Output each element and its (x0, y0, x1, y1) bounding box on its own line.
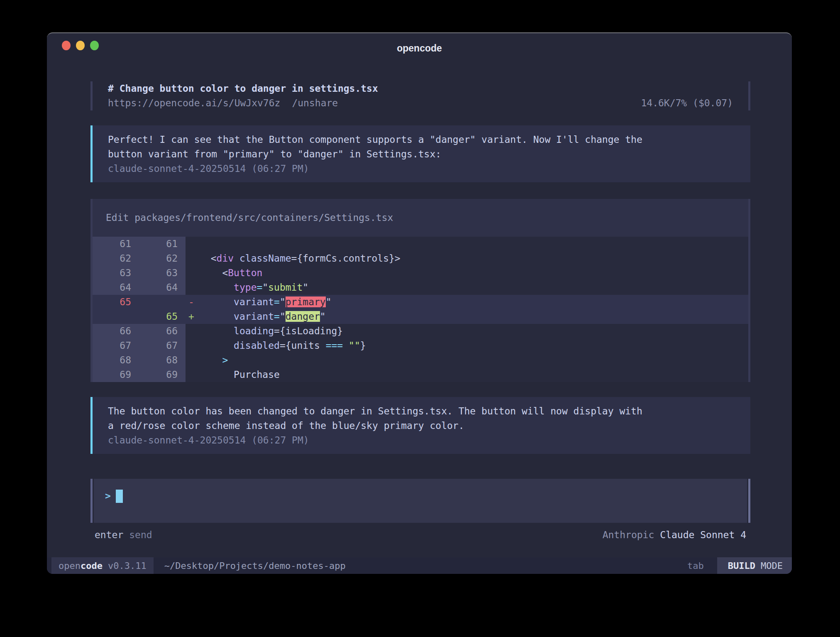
old-line-number: 61 (93, 237, 139, 251)
assistant-message-1: Perfect! I can see that the Button compo… (90, 125, 750, 182)
diff-row: 6969 Purchase (93, 368, 748, 382)
edit-tool-panel: Edit packages/frontend/src/containers/Se… (90, 199, 750, 382)
code-line: type="submit" (199, 280, 748, 295)
code-line: disabled={units === ""} (199, 338, 748, 353)
new-line-number: 63 (139, 266, 186, 280)
code-line: variant="danger" (199, 309, 748, 324)
code-line: > (199, 353, 748, 368)
window-title: opencode (397, 43, 442, 54)
old-line-number: 63 (93, 266, 139, 280)
mode-name: BUILD (728, 561, 755, 571)
window-titlebar[interactable]: opencode (47, 33, 792, 57)
diff-row: 6767 disabled={units === ""} (93, 338, 748, 353)
diff-row: 6666 loading={isLoading} (93, 324, 748, 338)
diff-marker (186, 324, 199, 338)
statusbar-spacer (346, 557, 687, 574)
code-line (199, 237, 748, 251)
diff-row: 6262 <div className={formCs.controls}> (93, 251, 748, 266)
input-left-border (90, 479, 93, 523)
enter-key-hint: enter (95, 529, 123, 540)
message-line: button variant from "primary" to "danger… (108, 147, 735, 162)
provider-label: Anthropic (603, 529, 654, 540)
diff-row: 6161 (93, 237, 748, 251)
diff-marker (186, 266, 199, 280)
working-directory: ~/Desktop/Projects/demo-notes-app (164, 557, 346, 574)
model-indicator: AnthropicClaude Sonnet 4 (603, 528, 746, 542)
diff-view: 61616262 <div className={formCs.controls… (93, 237, 748, 382)
code-line: Purchase (199, 368, 748, 382)
new-line-number: 64 (139, 280, 186, 295)
unshare-command[interactable]: /unshare (292, 98, 338, 108)
opencode-window: opencode # Change button color to danger… (47, 32, 792, 574)
zoom-button[interactable] (90, 41, 99, 50)
message-model-meta: claude-sonnet-4-20250514 (06:27 PM) (108, 433, 735, 448)
diff-marker: + (186, 309, 199, 324)
old-line-number: 65 (93, 295, 139, 309)
diff-row: 65- variant="primary" (93, 295, 748, 309)
old-line-number: 69 (93, 368, 139, 382)
context-stats: 14.6K/7% ($0.07) (641, 96, 733, 110)
new-line-number: 67 (139, 338, 186, 353)
new-line-number (139, 295, 186, 309)
text-cursor (116, 490, 123, 503)
diff-row: 6868 > (93, 353, 748, 368)
diff-marker (186, 368, 199, 382)
new-line-number: 69 (139, 368, 186, 382)
session-header: # Change button color to danger in setti… (90, 81, 750, 110)
diff-row: 65+ variant="danger" (93, 309, 748, 324)
prompt-symbol: > (105, 489, 111, 503)
app-name-open: open (59, 561, 81, 571)
code-line: variant="primary" (199, 295, 748, 309)
traffic-lights (62, 33, 99, 57)
app-version: v0.3.11 (108, 561, 147, 571)
assistant-message-2: The button color has been changed to dan… (90, 397, 750, 454)
diff-marker: - (186, 295, 199, 309)
diff-marker (186, 251, 199, 266)
prompt-input-row: > (90, 479, 750, 523)
code-line: <div className={formCs.controls}> (199, 251, 748, 266)
diff-row: 6363 <Button (93, 266, 748, 280)
old-line-number: 62 (93, 251, 139, 266)
old-line-number: 66 (93, 324, 139, 338)
mode-word: MODE (761, 561, 783, 571)
message-line: The button color has been changed to dan… (108, 404, 735, 419)
model-label: Claude Sonnet 4 (660, 529, 746, 540)
new-line-number: 65 (139, 309, 186, 324)
code-line: loading={isLoading} (199, 324, 748, 338)
diff-marker (186, 353, 199, 368)
minimize-button[interactable] (76, 41, 85, 50)
app-version-chip: opencodev0.3.11 (51, 557, 154, 574)
diff-marker (186, 237, 199, 251)
send-hint: entersend (95, 528, 152, 542)
build-mode-chip[interactable]: BUILDMODE (717, 557, 792, 574)
session-title: # Change button color to danger in setti… (108, 81, 378, 96)
diff-marker (186, 338, 199, 353)
old-line-number: 64 (93, 280, 139, 295)
new-line-number: 66 (139, 324, 186, 338)
close-button[interactable] (62, 41, 71, 50)
app-name-code: code (81, 561, 103, 571)
tab-key-hint[interactable]: tab (687, 557, 704, 574)
new-line-number: 62 (139, 251, 186, 266)
message-line: Perfect! I can see that the Button compo… (108, 132, 735, 147)
message-model-meta: claude-sonnet-4-20250514 (06:27 PM) (108, 162, 735, 176)
old-line-number (93, 309, 139, 324)
share-url-line: https://opencode.ai/s/UwJxv76z/unshare (108, 96, 378, 110)
hint-row: entersend AnthropicClaude Sonnet 4 (90, 528, 750, 542)
new-line-number: 61 (139, 237, 186, 251)
diff-marker (186, 280, 199, 295)
message-line: a red/rose color scheme instead of the b… (108, 419, 735, 433)
old-line-number: 68 (93, 353, 139, 368)
main-content: # Change button color to danger in setti… (47, 57, 792, 557)
input-right-border (748, 479, 750, 523)
diff-row: 6464 type="submit" (93, 280, 748, 295)
edit-tool-title: Edit packages/frontend/src/containers/Se… (93, 199, 748, 237)
prompt-input[interactable]: > (94, 479, 747, 523)
share-url[interactable]: https://opencode.ai/s/UwJxv76z (108, 98, 280, 108)
code-line: <Button (199, 266, 748, 280)
send-label: send (129, 529, 152, 540)
status-bar: opencodev0.3.11 ~/Desktop/Projects/demo-… (47, 557, 792, 574)
old-line-number: 67 (93, 338, 139, 353)
new-line-number: 68 (139, 353, 186, 368)
